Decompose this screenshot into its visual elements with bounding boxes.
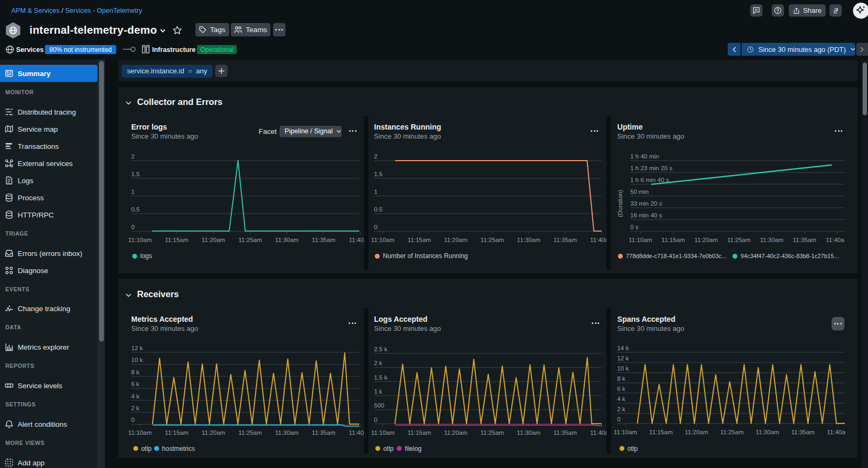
svg-text:6 k: 6 k bbox=[617, 386, 625, 392]
svg-text:11:25am: 11:25am bbox=[480, 429, 504, 436]
svg-text:11:15am: 11:15am bbox=[661, 237, 685, 243]
svg-text:33 min 20 s: 33 min 20 s bbox=[630, 200, 662, 207]
svg-text:14 k: 14 k bbox=[617, 345, 629, 351]
svg-text:6 k: 6 k bbox=[131, 381, 140, 387]
svg-text:8 k: 8 k bbox=[617, 375, 625, 382]
svg-text:12 k: 12 k bbox=[617, 355, 629, 361]
svg-text:1: 1 bbox=[374, 188, 378, 195]
svg-text:1 h 6 min 40 s: 1 h 6 min 40 s bbox=[630, 177, 669, 183]
svg-text:1.5: 1.5 bbox=[131, 171, 140, 177]
svg-text:11:20am: 11:20am bbox=[685, 429, 708, 435]
svg-text:11:10am: 11:10am bbox=[371, 237, 395, 243]
svg-text:11:30am: 11:30am bbox=[760, 237, 783, 243]
svg-text:11:35am: 11:35am bbox=[791, 429, 815, 435]
svg-text:0.5: 0.5 bbox=[374, 206, 383, 213]
svg-text:11:10am: 11:10am bbox=[128, 237, 152, 243]
svg-text:11:30am: 11:30am bbox=[756, 429, 779, 435]
svg-text:11:30am: 11:30am bbox=[275, 429, 299, 436]
svg-text:0: 0 bbox=[131, 417, 134, 423]
svg-text:4 k: 4 k bbox=[131, 393, 140, 399]
svg-text:10 k: 10 k bbox=[131, 357, 143, 363]
svg-text:2 k: 2 k bbox=[617, 406, 625, 412]
svg-text:11:30am: 11:30am bbox=[517, 237, 540, 243]
svg-text:16 min 40 s: 16 min 40 s bbox=[630, 212, 662, 218]
svg-text:11:25am: 11:25am bbox=[238, 237, 262, 243]
svg-text:8 k: 8 k bbox=[131, 369, 140, 375]
svg-text:2 k: 2 k bbox=[131, 405, 140, 411]
svg-text:11:20am: 11:20am bbox=[444, 237, 467, 243]
svg-text:11:40a: 11:40a bbox=[590, 237, 609, 243]
svg-text:1.5: 1.5 bbox=[374, 171, 383, 177]
svg-text:11:40a: 11:40a bbox=[590, 429, 609, 436]
svg-text:11:10am: 11:10am bbox=[128, 429, 152, 436]
svg-text:11:35am: 11:35am bbox=[793, 237, 817, 243]
svg-text:11:20am: 11:20am bbox=[202, 237, 225, 243]
svg-text:1 h 23 min 20 s: 1 h 23 min 20 s bbox=[630, 165, 673, 171]
svg-text:0 s: 0 s bbox=[630, 224, 639, 230]
svg-text:11:25am: 11:25am bbox=[720, 429, 744, 435]
svg-text:11:25am: 11:25am bbox=[727, 237, 751, 243]
svg-text:11:35am: 11:35am bbox=[312, 429, 335, 436]
svg-text:0: 0 bbox=[131, 224, 134, 230]
svg-text:1: 1 bbox=[131, 188, 134, 195]
svg-text:11:10am: 11:10am bbox=[629, 237, 652, 243]
svg-text:10 k: 10 k bbox=[617, 365, 629, 372]
svg-text:4 k: 4 k bbox=[617, 396, 625, 402]
svg-text:11:35am: 11:35am bbox=[553, 429, 577, 436]
svg-text:(Duration): (Duration) bbox=[617, 190, 623, 217]
svg-text:11:30am: 11:30am bbox=[517, 429, 540, 436]
svg-text:2 k: 2 k bbox=[374, 360, 383, 366]
svg-text:11:15am: 11:15am bbox=[165, 429, 188, 436]
svg-text:11:25am: 11:25am bbox=[238, 429, 262, 436]
svg-text:11:20am: 11:20am bbox=[202, 429, 225, 436]
svg-text:0: 0 bbox=[617, 416, 620, 422]
svg-text:2: 2 bbox=[131, 153, 134, 160]
svg-text:1 h 40 min: 1 h 40 min bbox=[630, 153, 659, 160]
svg-text:11:35am: 11:35am bbox=[553, 237, 577, 243]
svg-text:11:40a: 11:40a bbox=[827, 429, 846, 435]
svg-text:11:15am: 11:15am bbox=[407, 429, 431, 436]
svg-text:500: 500 bbox=[374, 402, 384, 409]
svg-text:50 min: 50 min bbox=[630, 188, 649, 195]
svg-text:12 k: 12 k bbox=[131, 345, 143, 351]
svg-text:0.5: 0.5 bbox=[131, 206, 140, 213]
svg-text:11:30am: 11:30am bbox=[275, 237, 299, 243]
svg-text:11:10am: 11:10am bbox=[371, 429, 395, 436]
svg-text:1.5 k: 1.5 k bbox=[374, 374, 388, 381]
svg-text:2: 2 bbox=[374, 153, 378, 160]
svg-text:2.5 k: 2.5 k bbox=[374, 346, 388, 352]
svg-text:11:10am: 11:10am bbox=[614, 429, 637, 435]
svg-text:0: 0 bbox=[374, 224, 378, 230]
svg-text:11:15am: 11:15am bbox=[407, 237, 431, 243]
svg-text:11:25am: 11:25am bbox=[480, 237, 504, 243]
svg-text:0: 0 bbox=[374, 417, 378, 423]
svg-text:11:20am: 11:20am bbox=[695, 237, 718, 243]
svg-text:11:40a: 11:40a bbox=[826, 237, 844, 243]
svg-text:11:35am: 11:35am bbox=[312, 237, 335, 243]
svg-text:1 k: 1 k bbox=[374, 388, 383, 395]
svg-text:11:15am: 11:15am bbox=[649, 429, 673, 435]
svg-text:11:15am: 11:15am bbox=[165, 237, 188, 243]
svg-text:11:20am: 11:20am bbox=[444, 429, 467, 436]
